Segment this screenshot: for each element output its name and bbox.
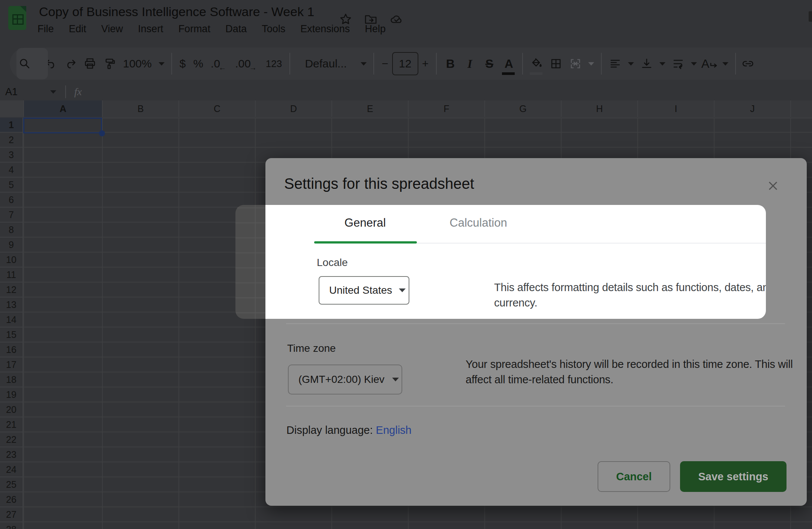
zoom-caret-icon[interactable] <box>159 62 165 66</box>
increase-decimal-button[interactable]: .00→ <box>231 52 262 76</box>
fill-handle[interactable] <box>99 130 105 136</box>
row-header-7[interactable]: 7 <box>0 208 23 223</box>
insert-link-button[interactable] <box>740 52 759 76</box>
close-button[interactable] <box>765 178 781 194</box>
row-header-12[interactable]: 12 <box>0 282 23 297</box>
bold-button[interactable]: B <box>440 52 460 76</box>
row-header-28[interactable]: 28 <box>0 522 23 529</box>
row-header-1[interactable]: 1 <box>0 118 23 133</box>
column-header-i[interactable]: I <box>637 100 714 117</box>
column-header-d[interactable]: D <box>255 100 331 117</box>
link-icon <box>741 57 758 70</box>
text-wrap-icon <box>672 57 685 70</box>
text-rotation-button[interactable]: A <box>700 52 719 76</box>
font-size-input[interactable]: 12 <box>392 52 418 75</box>
font-caret-icon[interactable] <box>361 62 367 66</box>
column-header-c[interactable]: C <box>178 100 255 117</box>
row-header-16[interactable]: 16 <box>0 342 23 357</box>
menu-insert[interactable]: Insert <box>138 23 163 35</box>
strikethrough-button[interactable]: S <box>479 52 499 76</box>
menu-edit[interactable]: Edit <box>69 23 87 35</box>
locale-dropdown[interactable]: United States <box>319 276 409 305</box>
text-color-button[interactable]: A <box>499 52 518 76</box>
rotation-arrow-icon <box>710 63 718 69</box>
tab-baseline <box>417 243 766 244</box>
italic-button[interactable]: I <box>460 52 479 76</box>
row-header-11[interactable]: 11 <box>0 267 23 282</box>
menu-format[interactable]: Format <box>178 23 211 35</box>
align-caret-icon[interactable] <box>628 62 634 66</box>
column-header-a[interactable]: A <box>23 100 102 117</box>
row-header-6[interactable]: 6 <box>0 193 23 208</box>
tab-calculation[interactable]: Calculation <box>433 216 523 230</box>
row-header-13[interactable]: 13 <box>0 297 23 312</box>
menu-tools[interactable]: Tools <box>262 23 285 35</box>
row-header-2[interactable]: 2 <box>0 133 23 148</box>
vertical-align-caret-icon[interactable] <box>659 62 665 66</box>
format-percent-button[interactable]: % <box>189 52 207 76</box>
row-header-3[interactable]: 3 <box>0 148 23 163</box>
document-title[interactable]: Copy of Business Intelligence Software -… <box>39 4 315 19</box>
row-header-15[interactable]: 15 <box>0 327 23 342</box>
fill-color-button[interactable] <box>527 52 546 76</box>
cancel-button[interactable]: Cancel <box>598 461 670 492</box>
row-header-24[interactable]: 24 <box>0 462 23 477</box>
column-header-h[interactable]: H <box>561 100 637 117</box>
row-header-21[interactable]: 21 <box>0 417 23 432</box>
row-header-17[interactable]: 17 <box>0 357 23 372</box>
text-wrap-caret-icon[interactable] <box>691 62 697 66</box>
row-header-10[interactable]: 10 <box>0 253 23 267</box>
row-header-4[interactable]: 4 <box>0 163 23 178</box>
font-family-select[interactable]: Defaul... <box>294 52 358 76</box>
row-header-9[interactable]: 9 <box>0 238 23 253</box>
menu-help[interactable]: Help <box>365 23 386 35</box>
save-settings-button[interactable]: Save settings <box>680 461 787 492</box>
vertical-align-button[interactable] <box>637 52 656 76</box>
borders-button[interactable] <box>546 52 566 76</box>
row-header-19[interactable]: 19 <box>0 387 23 402</box>
menu-file[interactable]: File <box>37 23 54 35</box>
row-header-8[interactable]: 8 <box>0 223 23 238</box>
row-header-27[interactable]: 27 <box>0 507 23 522</box>
column-header-f[interactable]: F <box>408 100 484 117</box>
decrease-decimal-button[interactable]: .0← <box>207 52 231 76</box>
row-header-23[interactable]: 23 <box>0 447 23 462</box>
cloud-saved-icon[interactable] <box>390 13 403 25</box>
menu-extensions[interactable]: Extensions <box>300 23 350 35</box>
row-header-20[interactable]: 20 <box>0 402 23 417</box>
paint-format-button[interactable] <box>100 52 119 76</box>
name-box[interactable]: A1 <box>5 86 50 98</box>
row-header-26[interactable]: 26 <box>0 492 23 507</box>
row-header-5[interactable]: 5 <box>0 178 23 193</box>
horizontal-align-button[interactable] <box>605 52 625 76</box>
timezone-dropdown[interactable]: (GMT+02:00) Kiev <box>288 365 402 395</box>
format-currency-button[interactable]: $ <box>176 52 190 76</box>
sheets-logo-icon[interactable] <box>8 6 26 30</box>
column-header-g[interactable]: G <box>484 100 561 117</box>
column-header-j[interactable]: J <box>714 100 790 117</box>
text-wrap-button[interactable] <box>668 52 688 76</box>
menu-data[interactable]: Data <box>225 23 247 35</box>
select-all-corner[interactable] <box>0 100 23 117</box>
redo-button[interactable] <box>61 52 80 76</box>
row-header-25[interactable]: 25 <box>0 477 23 492</box>
display-language-link[interactable]: English <box>376 424 412 436</box>
row-header-22[interactable]: 22 <box>0 432 23 447</box>
name-box-caret-icon[interactable] <box>50 90 56 94</box>
increase-font-size-button[interactable]: + <box>418 52 433 76</box>
number-format-button[interactable]: 123 <box>262 52 286 76</box>
column-headers: ABCDEFGHIJ <box>0 100 812 118</box>
decrease-font-size-button[interactable]: − <box>378 52 392 76</box>
column-header-b[interactable]: B <box>102 100 178 117</box>
row-header-18[interactable]: 18 <box>0 372 23 387</box>
menu-view[interactable]: View <box>101 23 123 35</box>
zoom-control[interactable]: 100% <box>119 52 156 76</box>
tab-general[interactable]: General <box>320 216 410 230</box>
column-header-partial[interactable] <box>790 100 812 117</box>
search-button[interactable] <box>15 52 34 76</box>
selected-cell[interactable] <box>23 118 102 133</box>
print-button[interactable] <box>80 52 100 76</box>
row-header-14[interactable]: 14 <box>0 312 23 327</box>
text-rotation-caret-icon[interactable] <box>722 62 728 66</box>
column-header-e[interactable]: E <box>331 100 408 117</box>
